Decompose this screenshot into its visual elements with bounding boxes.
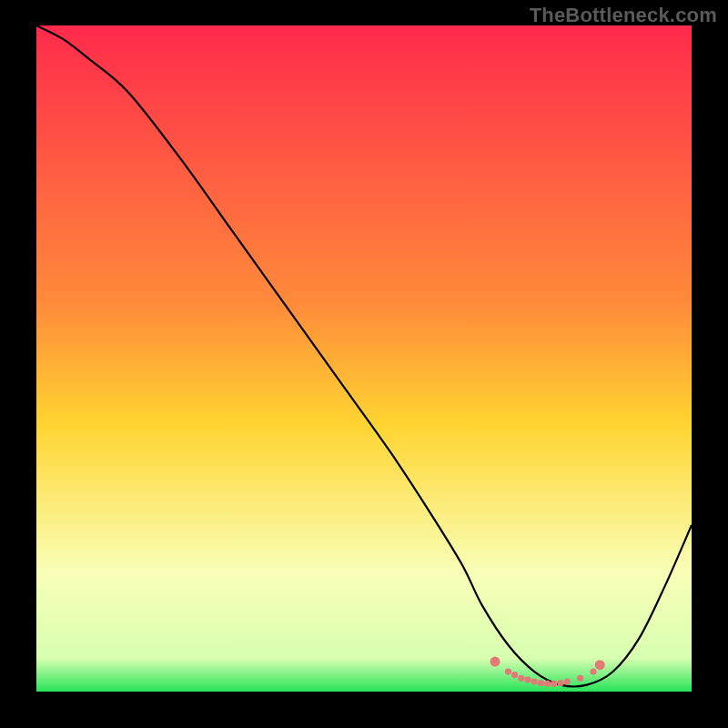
plot-area — [36, 25, 692, 692]
marker-dot — [524, 676, 531, 682]
marker-dot — [577, 675, 583, 682]
marker-dot — [490, 657, 500, 667]
chart-container: TheBottleneck.com — [0, 0, 728, 728]
watermark-text: TheBottleneck.com — [530, 4, 717, 27]
marker-dot — [505, 668, 511, 674]
marker-dot — [595, 660, 605, 670]
chart-svg — [36, 25, 692, 692]
marker-dot — [511, 672, 518, 678]
marker-dot — [538, 680, 544, 686]
marker-dot — [544, 681, 551, 687]
marker-dot — [518, 675, 524, 682]
gradient-background — [36, 25, 692, 692]
marker-dot — [531, 678, 538, 684]
marker-dot — [557, 680, 563, 686]
marker-dot — [590, 668, 596, 674]
marker-dot — [564, 678, 571, 684]
marker-dot — [551, 681, 557, 687]
